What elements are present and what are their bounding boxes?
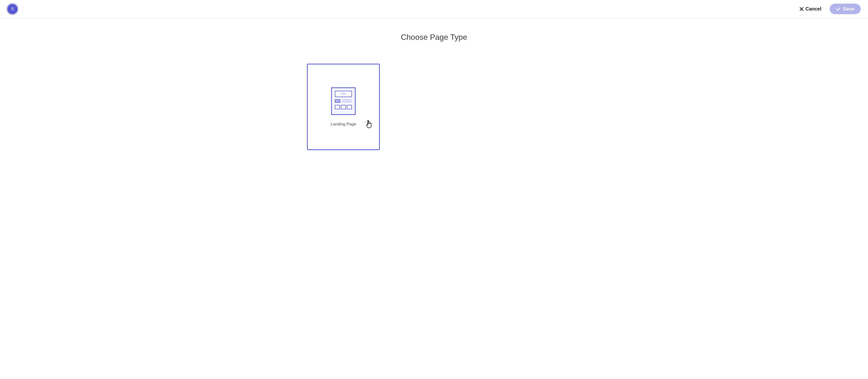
card-label: Landing Page — [331, 122, 356, 127]
app-header: S Cancel Save — [0, 0, 868, 18]
save-button[interactable]: Save — [830, 4, 861, 14]
check-icon — [836, 7, 840, 11]
icon-grid-block — [341, 105, 346, 109]
icon-grid-block — [347, 105, 352, 109]
icon-hero-line — [341, 94, 346, 95]
icon-text-line — [342, 102, 352, 102]
main-content: Choose Page Type — [0, 18, 868, 165]
icon-grid-block — [335, 105, 340, 109]
close-icon — [800, 7, 804, 11]
avatar[interactable]: S — [7, 4, 18, 14]
header-right: Cancel Save — [799, 4, 861, 14]
page-title: Choose Page Type — [401, 33, 467, 42]
icon-text-lines — [342, 100, 352, 102]
landing-page-icon — [331, 88, 355, 115]
icon-image-block — [335, 99, 340, 103]
cancel-button[interactable]: Cancel — [799, 5, 823, 13]
icon-row-3 — [335, 105, 352, 109]
save-label: Save — [843, 6, 854, 12]
icon-text-line — [342, 100, 352, 100]
header-left: S — [7, 4, 23, 14]
cancel-label: Cancel — [805, 6, 822, 12]
page-type-cards: Landing Page — [287, 64, 581, 150]
cursor-pointer-icon — [365, 119, 372, 130]
icon-hero-block — [335, 91, 352, 97]
icon-row-2 — [335, 99, 352, 103]
page-type-card-landing-page[interactable]: Landing Page — [307, 64, 380, 150]
avatar-letter: S — [11, 7, 14, 11]
